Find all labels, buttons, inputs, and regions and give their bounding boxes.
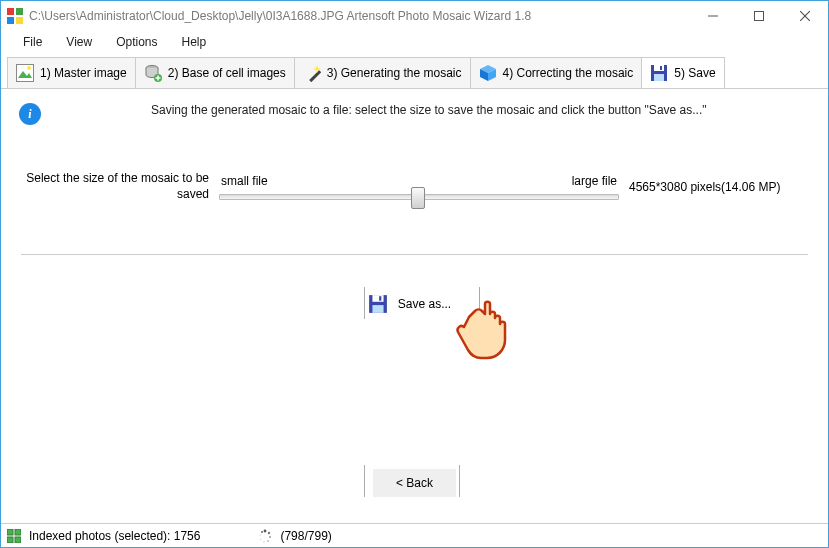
svg-point-34 <box>269 536 271 538</box>
app-icon <box>7 8 23 24</box>
tab-save[interactable]: 5) Save <box>641 57 724 88</box>
svg-point-32 <box>264 529 267 532</box>
svg-point-10 <box>27 66 31 70</box>
svg-point-37 <box>260 538 262 540</box>
wand-icon <box>303 64 321 82</box>
content-area: i Saving the generated mosaic to a file:… <box>1 89 828 511</box>
tab-label: 1) Master image <box>40 66 127 80</box>
save-as-label: Save as... <box>398 297 451 311</box>
size-slider[interactable] <box>219 194 619 200</box>
slider-thumb[interactable] <box>411 187 425 209</box>
svg-rect-28 <box>7 529 13 535</box>
svg-rect-5 <box>755 12 764 21</box>
svg-point-36 <box>264 541 266 543</box>
menubar: File View Options Help <box>1 31 828 53</box>
divider <box>459 465 460 497</box>
floppy-icon <box>368 294 388 314</box>
svg-rect-3 <box>16 17 23 24</box>
save-as-button[interactable]: Save as... <box>359 289 470 319</box>
svg-rect-23 <box>660 66 662 70</box>
menu-options[interactable]: Options <box>104 33 169 51</box>
spinner-icon <box>258 529 272 543</box>
picture-icon <box>16 64 34 82</box>
floppy-icon <box>650 64 668 82</box>
box-icon <box>479 64 497 82</box>
tab-base-images[interactable]: 2) Base of cell images <box>135 57 295 88</box>
svg-point-33 <box>268 531 270 533</box>
status-progress-text: (798/799) <box>280 529 331 543</box>
svg-rect-1 <box>16 8 23 15</box>
svg-rect-25 <box>372 295 383 302</box>
divider <box>364 465 365 497</box>
slider-caption: Select the size of the mosaic to be save… <box>19 171 219 202</box>
tab-label: 4) Correcting the mosaic <box>503 66 634 80</box>
tab-label: 3) Generating the mosaic <box>327 66 462 80</box>
divider <box>21 254 808 255</box>
slider-value-text: 4565*3080 pixels(14.06 MP) <box>619 180 780 194</box>
window-title: C:\Users\Administrator\Cloud_Desktop\Jel… <box>29 9 690 23</box>
svg-rect-22 <box>654 74 664 81</box>
close-button[interactable] <box>782 1 828 31</box>
status-bar: Indexed photos (selected): 1756 (798/799… <box>1 523 828 547</box>
info-icon: i <box>19 103 41 125</box>
tab-generating[interactable]: 3) Generating the mosaic <box>294 57 471 88</box>
menu-file[interactable]: File <box>11 33 54 51</box>
info-text: Saving the generated mosaic to a file: s… <box>151 103 707 117</box>
menu-help[interactable]: Help <box>170 33 219 51</box>
svg-rect-21 <box>654 65 664 71</box>
svg-rect-2 <box>7 17 14 24</box>
tab-label: 5) Save <box>674 66 715 80</box>
tab-bar: 1) Master image 2) Base of cell images 3… <box>1 53 828 89</box>
svg-rect-15 <box>309 70 321 82</box>
slider-small-label: small file <box>221 174 268 188</box>
titlebar: C:\Users\Administrator\Cloud_Desktop\Jel… <box>1 1 828 31</box>
back-button[interactable]: < Back <box>373 469 456 497</box>
svg-point-38 <box>260 534 262 536</box>
menu-view[interactable]: View <box>54 33 104 51</box>
tab-correcting[interactable]: 4) Correcting the mosaic <box>470 57 643 88</box>
tab-label: 2) Base of cell images <box>168 66 286 80</box>
svg-rect-30 <box>7 537 13 543</box>
slider-large-label: large file <box>572 174 617 188</box>
svg-rect-26 <box>372 305 383 313</box>
svg-point-35 <box>268 540 270 542</box>
divider <box>364 287 365 319</box>
svg-point-39 <box>261 531 263 533</box>
indexed-icon <box>7 529 21 543</box>
minimize-button[interactable] <box>690 1 736 31</box>
tab-master-image[interactable]: 1) Master image <box>7 57 136 88</box>
divider <box>479 287 480 319</box>
svg-rect-27 <box>379 296 381 300</box>
svg-rect-0 <box>7 8 14 15</box>
svg-rect-31 <box>15 537 21 543</box>
size-slider-area: Select the size of the mosaic to be save… <box>19 171 810 202</box>
svg-rect-29 <box>15 529 21 535</box>
svg-rect-8 <box>17 65 34 82</box>
maximize-button[interactable] <box>736 1 782 31</box>
status-indexed-text: Indexed photos (selected): 1756 <box>29 529 200 543</box>
database-plus-icon <box>144 64 162 82</box>
